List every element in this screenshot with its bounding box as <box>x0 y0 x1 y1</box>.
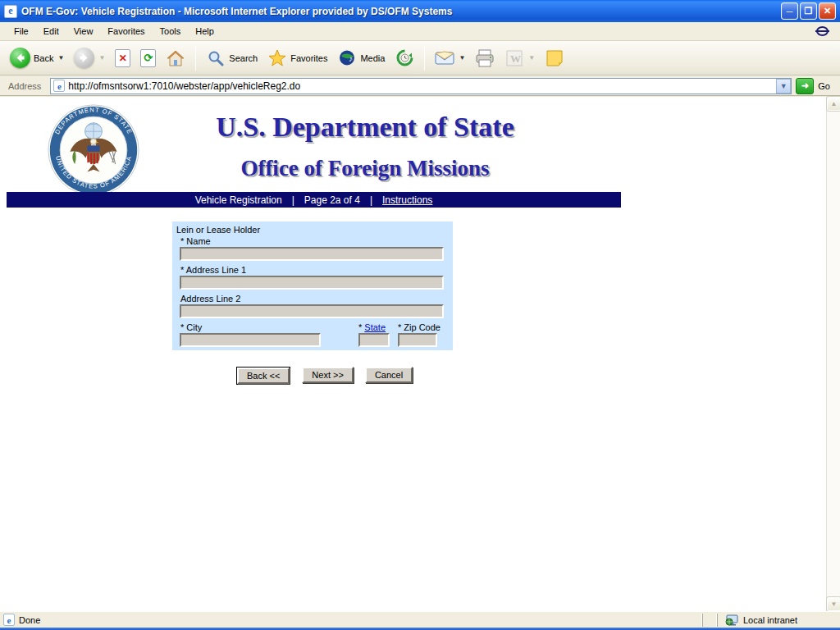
discuss-note-icon <box>545 48 564 68</box>
address-dropdown-icon[interactable]: ▼ <box>776 79 791 94</box>
toolbar-separator <box>424 46 425 71</box>
back-button[interactable]: Back ▼ <box>7 46 67 70</box>
required-marker: * <box>398 322 401 332</box>
status-pane <box>702 614 717 627</box>
lien-holder-form-panel: Lein or Lease Holder * Name * Address Li… <box>172 221 453 350</box>
history-button[interactable] <box>391 47 418 70</box>
svg-text:W: W <box>510 52 521 65</box>
menu-file[interactable]: File <box>7 24 36 39</box>
browser-viewport: DEPARTMENT OF STATE UNITED STATES OF AME… <box>0 97 840 611</box>
page-icon: e <box>53 80 65 92</box>
refresh-icon: ⟳ <box>140 49 156 67</box>
print-icon <box>475 48 495 68</box>
throbber-logo <box>814 25 830 38</box>
title-bar: e OFM E-Gov: Vehicle Registration - Micr… <box>0 0 840 22</box>
required-marker: * <box>180 265 184 275</box>
address-url[interactable]: http://ofmsntsorw1:7010/webster/app/vehi… <box>68 80 773 92</box>
history-icon <box>395 48 414 68</box>
svg-text:♪: ♪ <box>349 54 353 63</box>
back-form-button[interactable]: Back << <box>237 368 290 384</box>
minimize-button[interactable]: ─ <box>781 2 798 20</box>
media-icon: ♪ <box>337 48 357 68</box>
name-input[interactable] <box>180 247 444 261</box>
status-bar: e Done Local intranet <box>0 611 840 628</box>
restore-button[interactable]: ❐ <box>800 2 817 20</box>
next-form-button[interactable]: Next >> <box>302 367 354 383</box>
menu-view[interactable]: View <box>66 24 101 39</box>
favorites-star-icon <box>267 48 287 68</box>
ie-app-icon: e <box>4 5 17 18</box>
name-label: * Name <box>180 236 211 246</box>
print-button[interactable] <box>472 47 498 70</box>
required-marker: * <box>180 236 184 246</box>
home-button[interactable] <box>162 47 189 70</box>
word-icon: W <box>504 48 524 68</box>
scroll-up-icon[interactable]: ▲ <box>827 97 840 111</box>
refresh-button[interactable]: ⟳ <box>137 48 159 69</box>
favorites-button[interactable]: Favorites <box>264 47 331 70</box>
nav-strip: Vehicle Registration | Page 2a of 4 | In… <box>7 192 621 208</box>
back-dropdown-icon[interactable]: ▼ <box>57 54 64 62</box>
discuss-button[interactable] <box>541 47 568 70</box>
go-button-label[interactable]: Go <box>818 81 837 91</box>
state-input[interactable] <box>358 333 390 347</box>
nav-section-label: Vehicle Registration <box>195 194 282 206</box>
vertical-scrollbar[interactable]: ▲ ▼ <box>826 97 840 611</box>
state-link[interactable]: State <box>364 322 386 332</box>
menu-favorites[interactable]: Favorites <box>100 24 152 39</box>
close-button[interactable]: ✕ <box>819 2 836 20</box>
address2-input[interactable] <box>180 304 444 318</box>
page-content: DEPARTMENT OF STATE UNITED STATES OF AME… <box>0 97 826 611</box>
address2-label: Address Line 2 <box>180 294 240 304</box>
address-field[interactable]: e http://ofmsntsorw1:7010/webster/app/ve… <box>50 78 792 94</box>
favorites-button-label: Favorites <box>290 53 327 63</box>
stop-icon: ✕ <box>115 49 130 67</box>
edit-with-word-button[interactable]: W ▼ <box>501 47 538 70</box>
home-icon <box>166 48 185 68</box>
status-page-icon: e <box>3 614 15 626</box>
mail-dropdown-icon[interactable]: ▼ <box>459 54 465 62</box>
form-button-row: Back << Next >> Cancel <box>236 367 413 385</box>
cancel-form-button[interactable]: Cancel <box>365 367 413 383</box>
mail-icon <box>435 48 454 68</box>
instructions-link[interactable]: Instructions <box>382 194 432 206</box>
back-icon <box>10 48 30 68</box>
media-button[interactable]: ♪ Media <box>334 47 388 70</box>
city-label: * City <box>180 322 202 332</box>
required-marker: * <box>180 322 184 332</box>
form-section-title: Lein or Lease Holder <box>176 225 260 235</box>
window-title: OFM E-Gov: Vehicle Registration - Micros… <box>21 6 781 17</box>
nav-separator: | <box>292 194 294 206</box>
menu-edit[interactable]: Edit <box>36 24 66 39</box>
address1-input[interactable] <box>180 276 444 290</box>
required-marker: * <box>358 322 362 332</box>
forward-icon <box>74 48 94 68</box>
mail-button[interactable]: ▼ <box>431 47 468 70</box>
security-zone-label: Local intranet <box>743 615 797 625</box>
page-title: U.S. Department of State <box>139 112 591 143</box>
zip-label: * Zip Code <box>398 322 441 332</box>
address-bar: Address e http://ofmsntsorw1:7010/webste… <box>0 76 840 96</box>
local-intranet-icon <box>724 614 739 626</box>
page-subtitle: Office of Foreign Missions <box>139 156 591 181</box>
forward-button[interactable]: ▼ <box>71 46 108 70</box>
standard-toolbar: Back ▼ ▼ ✕ ⟳ Search <box>0 41 840 75</box>
back-button-label: Back <box>34 53 53 63</box>
menu-help[interactable]: Help <box>188 24 221 39</box>
address1-label: * Address Line 1 <box>180 265 246 275</box>
security-zone-pane: Local intranet <box>717 614 840 627</box>
state-label: * State <box>358 322 386 332</box>
stop-button[interactable]: ✕ <box>112 48 134 69</box>
menu-bar: File Edit View Favorites Tools Help <box>0 22 840 41</box>
city-input[interactable] <box>180 333 321 347</box>
scroll-down-icon[interactable]: ▼ <box>827 597 840 611</box>
zip-input[interactable] <box>398 333 437 347</box>
state-department-seal: DEPARTMENT OF STATE UNITED STATES OF AME… <box>47 103 140 197</box>
menu-tools[interactable]: Tools <box>153 24 189 39</box>
search-button[interactable]: Search <box>203 47 261 70</box>
go-button[interactable]: ➜ <box>796 78 814 94</box>
toolbar-separator <box>195 46 196 71</box>
status-text: Done <box>19 615 40 625</box>
nav-separator: | <box>370 194 372 206</box>
address-label: Address <box>3 81 46 91</box>
